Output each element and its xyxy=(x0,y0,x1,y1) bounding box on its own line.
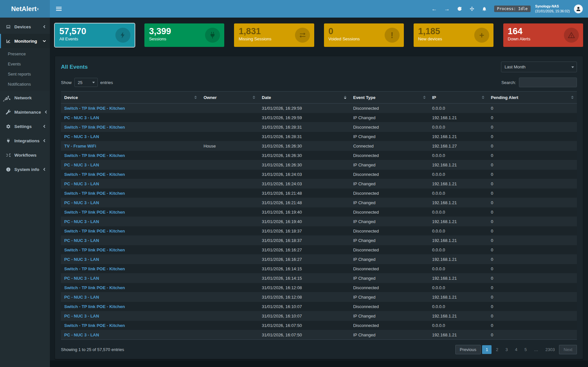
device-link[interactable]: Switch - TP link POE - Kitchen xyxy=(64,229,125,233)
sort-icon[interactable] xyxy=(571,96,574,99)
column-header-owner[interactable]: Owner xyxy=(200,92,258,104)
pagination-page-5[interactable]: 5 xyxy=(522,345,530,354)
table-cell: 0 xyxy=(488,226,577,236)
pagination-next[interactable]: Next xyxy=(559,345,577,354)
pagination-previous[interactable]: Previous xyxy=(455,345,481,354)
card-all-events[interactable]: 57,570 All Events xyxy=(55,23,135,47)
process-status-badge: Process: Idle xyxy=(494,6,531,12)
sidebar-item-maintenance[interactable]: Maintenance xyxy=(0,105,50,119)
table-cell: 31/01/2026, 16:26:30 xyxy=(258,151,350,160)
device-link[interactable]: PC - NUC 3 - LAN xyxy=(64,181,99,186)
sidebar-subitem-notifications[interactable]: Notifications xyxy=(0,79,50,89)
device-link[interactable]: PC - NUC 3 - LAN xyxy=(64,295,99,300)
brand-logo[interactable]: NetAlertx xyxy=(0,0,50,18)
table-cell: PC - NUC 3 - LAN xyxy=(61,160,200,170)
pagination-page-4[interactable]: 4 xyxy=(512,345,520,354)
device-link[interactable]: Switch - TP link POE - Kitchen xyxy=(64,106,125,111)
column-header-ip[interactable]: IP xyxy=(429,92,488,104)
device-link[interactable]: Switch - TP link POE - Kitchen xyxy=(64,266,125,271)
period-select[interactable]: Last Month xyxy=(501,62,577,72)
device-link[interactable]: Switch - TP link POE - Kitchen xyxy=(64,304,125,309)
bell-icon[interactable] xyxy=(482,6,487,11)
top-header: NetAlertx ← → Process: Idle Synology-NAS… xyxy=(0,0,588,18)
table-cell: Disconnected xyxy=(350,122,429,132)
device-link[interactable]: PC - NUC 3 - LAN xyxy=(64,200,99,205)
refresh-icon[interactable] xyxy=(457,6,462,11)
card-down-alerts[interactable]: 164 Down Alerts xyxy=(503,23,583,47)
device-link[interactable]: Switch - TP link POE - Kitchen xyxy=(64,285,125,290)
table-cell: Disconnected xyxy=(350,189,429,198)
table-cell: Disconnected xyxy=(350,104,429,113)
column-header-event-type[interactable]: Event Type xyxy=(350,92,429,104)
table-header-row: Device Owner Date Event Type IP Pending … xyxy=(61,92,577,104)
nav-forward-icon[interactable]: → xyxy=(444,6,450,12)
device-link[interactable]: PC - NUC 3 - LAN xyxy=(64,257,99,262)
sort-icon[interactable] xyxy=(344,96,346,99)
card-voided-sessions[interactable]: 0 Voided Sessions ! xyxy=(324,23,404,47)
table-cell: 0.0.0.0 xyxy=(429,321,488,330)
table-cell: 0.0.0.0 xyxy=(429,104,488,113)
sidebar-item-devices[interactable]: Devices xyxy=(0,20,50,34)
device-link[interactable]: Switch - TP link POE - Kitchen xyxy=(64,210,125,215)
user-avatar[interactable] xyxy=(574,5,583,13)
device-link[interactable]: PC - NUC 3 - LAN xyxy=(64,238,99,243)
host-info: Synology-NAS (31/01/2026, 15:36:02) xyxy=(535,4,570,13)
pagination-page-2[interactable]: 2 xyxy=(493,345,501,354)
table-cell: 31/01/2026, 16:14:15 xyxy=(258,274,350,283)
table-cell: Disconnected xyxy=(350,264,429,274)
device-link[interactable]: Switch - TP link POE - Kitchen xyxy=(64,153,125,158)
nav-back-icon[interactable]: ← xyxy=(432,6,437,12)
move-icon[interactable] xyxy=(469,6,475,11)
device-link[interactable]: Switch - TP link POE - Kitchen xyxy=(64,125,125,130)
device-link[interactable]: PC - NUC 3 - LAN xyxy=(64,115,99,120)
table-cell: 31/01/2026, 16:07:50 xyxy=(258,321,350,330)
pagination-page-last[interactable]: 2303 xyxy=(542,345,558,354)
table-row: PC - NUC 3 - LAN31/01/2026, 16:12:08IP C… xyxy=(61,292,577,302)
entries-select[interactable]: 25 xyxy=(74,78,98,87)
sidebar-item-workflows[interactable]: Workflows xyxy=(0,148,50,162)
column-header-date[interactable]: Date xyxy=(258,92,350,104)
card-sessions[interactable]: 3,399 Sessions xyxy=(144,23,224,47)
table-cell xyxy=(200,217,258,226)
sidebar-item-integrations[interactable]: Integrations xyxy=(0,134,50,148)
column-header-pending-alert[interactable]: Pending Alert xyxy=(488,92,577,104)
pagination-page-1[interactable]: 1 xyxy=(482,345,492,354)
card-new-devices[interactable]: 1,185 New devices + xyxy=(414,23,493,47)
sort-icon[interactable] xyxy=(423,96,426,99)
table-row: Switch - TP link POE - Kitchen31/01/2026… xyxy=(61,321,577,330)
table-cell: 0 xyxy=(488,321,577,330)
device-link[interactable]: PC - NUC 3 - LAN xyxy=(64,162,99,167)
device-link[interactable]: TV - Frame WiFi xyxy=(64,144,96,148)
table-cell: 192.168.1.21 xyxy=(429,311,488,321)
pagination-page-3[interactable]: 3 xyxy=(503,345,511,354)
sort-icon[interactable] xyxy=(194,96,197,99)
sidebar-subitem-presence[interactable]: Presence xyxy=(0,49,50,59)
device-link[interactable]: PC - NUC 3 - LAN xyxy=(64,332,99,337)
device-link[interactable]: Switch - TP link POE - Kitchen xyxy=(64,172,125,177)
sidebar-item-monitoring[interactable]: Monitoring xyxy=(0,34,50,48)
device-link[interactable]: Switch - TP link POE - Kitchen xyxy=(64,191,125,196)
table-cell: Disconnected xyxy=(350,170,429,179)
device-link[interactable]: PC - NUC 3 - LAN xyxy=(64,314,99,318)
table-cell: 0 xyxy=(488,170,577,179)
chevron-left-icon xyxy=(43,139,46,142)
sidebar-subitem-sent-reports[interactable]: Sent reports xyxy=(0,69,50,79)
sidebar-toggle-icon[interactable] xyxy=(50,7,68,11)
device-link[interactable]: Switch - TP link POE - Kitchen xyxy=(64,323,125,328)
sidebar-item-system-info[interactable]: System info xyxy=(0,162,50,176)
table-row: Switch - TP link POE - Kitchen31/01/2026… xyxy=(61,170,577,179)
device-link[interactable]: PC - NUC 3 - LAN xyxy=(64,276,99,281)
sidebar-subitem-events[interactable]: Events xyxy=(0,59,50,69)
device-link[interactable]: Switch - TP link POE - Kitchen xyxy=(64,247,125,252)
column-header-device[interactable]: Device xyxy=(61,92,200,104)
table-cell: IP Changed xyxy=(350,330,429,340)
table-cell: 192.168.1.21 xyxy=(429,292,488,302)
card-missing-sessions[interactable]: 1,831 Missing Sessions xyxy=(234,23,314,47)
sort-icon[interactable] xyxy=(482,96,484,99)
search-input[interactable] xyxy=(519,78,577,87)
sidebar-item-settings[interactable]: Settings xyxy=(0,119,50,134)
sort-icon[interactable] xyxy=(253,96,255,99)
device-link[interactable]: PC - NUC 3 - LAN xyxy=(64,219,99,224)
table-cell: 0.0.0.0 xyxy=(429,226,488,236)
device-link[interactable]: PC - NUC 3 - LAN xyxy=(64,134,99,139)
